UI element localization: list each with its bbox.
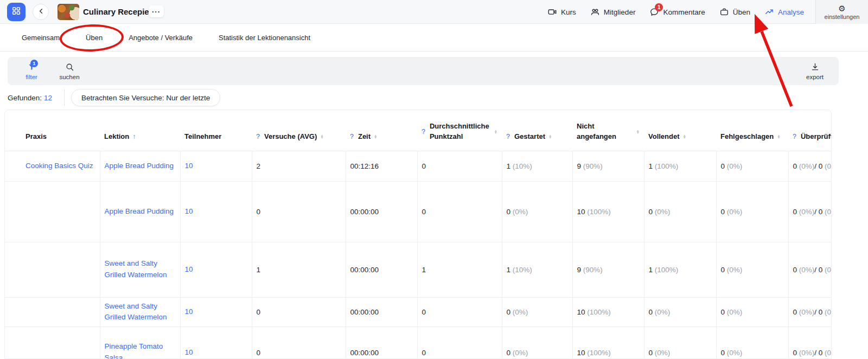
stat-value: 0	[507, 308, 511, 316]
briefcase-icon	[719, 7, 729, 17]
help-icon[interactable]: ?	[506, 133, 510, 140]
col-header-zeit[interactable]: ?Zeit▲▼	[346, 110, 417, 151]
cell-vollendet: 0 (0%)	[644, 297, 716, 327]
stat-percent: (0%)	[797, 308, 814, 316]
col-header-lektion[interactable]: Lektion↑	[100, 110, 180, 151]
col-header-fehlgeschlagen[interactable]: Fehlgeschlagen▲▼	[716, 110, 788, 151]
lektion-link[interactable]: Apple Bread Pudding	[105, 161, 174, 172]
cell-zeit: 00:00:00	[346, 297, 417, 327]
header-content: ?Zeit▲▼	[350, 132, 413, 142]
settings-label: einstellungen	[825, 14, 860, 20]
teilnehmer-link[interactable]: 10	[185, 206, 193, 217]
settings-button[interactable]: ⚙ einstellungen	[815, 0, 868, 24]
topnav-kurs[interactable]: Kurs	[547, 7, 576, 17]
col-header-vollendet[interactable]: Vollendet▲▼	[644, 110, 716, 151]
filter-toolbar: 1 filter suchen export	[8, 57, 839, 85]
stat-value: 10	[577, 308, 585, 316]
tabs-bar: GemeinsamÜbenAngebote / VerkäufeStatisti…	[0, 24, 868, 52]
cell-gestartet: 1 (10%)	[502, 151, 572, 181]
help-icon[interactable]: ?	[256, 133, 260, 140]
lektion-link[interactable]: Pineapple Tomato Salsa	[105, 341, 176, 359]
table-row: Apple Bread Pudding10000:00:0000 (0%)10 …	[5, 181, 832, 242]
cell-gestartet: 1 (10%)	[502, 242, 572, 297]
tab-angebote-verkäufe[interactable]: Angebote / Verkäufe	[129, 34, 193, 42]
topnav-mitglieder[interactable]: Mitglieder	[590, 7, 636, 17]
stat-value: 10	[577, 349, 585, 357]
teilnehmer-link[interactable]: 10	[185, 347, 193, 358]
help-icon[interactable]: ?	[793, 133, 796, 140]
notification-badge: 1	[655, 3, 663, 11]
tab-statistik-der-lektionenansicht[interactable]: Statistik der Lektionenansicht	[219, 34, 310, 42]
cell-praxis: Cooking Basics Quiz	[5, 151, 100, 181]
stat-percent: (0%)	[822, 266, 832, 274]
col-header-durchschnittliche-punktzahl[interactable]: ?Durchschnittliche Punktzahl▲▼	[417, 110, 502, 151]
column-label: Vollendet	[648, 132, 680, 142]
col-header-überprüft[interactable]: ?Überprüft	[788, 110, 832, 151]
cell-nicht-angefangen: 10 (100%)	[572, 181, 644, 242]
col-header-versuche-avg[interactable]: ?Versuche (AVG)▲▼	[252, 110, 346, 151]
search-button[interactable]: suchen	[59, 62, 80, 80]
filter-button[interactable]: 1 filter	[21, 62, 42, 80]
praxis-link[interactable]: Cooking Basics Quiz	[25, 161, 93, 172]
help-icon[interactable]: ?	[422, 128, 425, 136]
table-header-row: PraxisLektion↑Teilnehmer?Versuche (AVG)▲…	[5, 110, 832, 151]
lektion-link[interactable]: Apple Bread Pudding	[105, 206, 174, 217]
tab-üben[interactable]: Üben	[86, 34, 103, 42]
sort-icon: ▲▼	[548, 134, 552, 139]
table-body: Cooking Basics QuizApple Bread Pudding10…	[5, 151, 832, 359]
lektion-link[interactable]: Sweet and Salty Grilled Watermelon	[105, 258, 176, 281]
cell-teilnehmer: 10	[180, 151, 252, 181]
value: 1	[257, 266, 261, 274]
stat-value: 0	[507, 208, 511, 216]
stat-value: 1	[649, 266, 653, 274]
tab-gemeinsam[interactable]: Gemeinsam	[22, 34, 60, 42]
stat-value: 0	[507, 349, 511, 357]
value: 00:00:00	[350, 349, 379, 357]
export-button[interactable]: export	[804, 62, 826, 80]
col-header-nicht-angefangen[interactable]: Nicht angefangen▲▼	[572, 110, 644, 151]
stat-percent: (0%)	[822, 208, 832, 216]
stat-value: 0	[721, 308, 725, 316]
found-count: Gefunden:12	[8, 94, 52, 102]
stat-value: 9	[577, 266, 582, 274]
stat-value: 0	[721, 208, 725, 216]
topbar: Culinary Recepies ··· KursMitglieder1Kom…	[0, 0, 868, 24]
stat-percent: (0%)	[653, 208, 670, 216]
cell-ueberprueft: 0 (0%)/ 0 (0%)	[788, 297, 832, 327]
stat-value: 1	[507, 266, 511, 274]
teilnehmer-link[interactable]: 10	[185, 306, 193, 318]
cell-ueberprueft: 0 (0%)/ 0 (0%)	[788, 151, 832, 181]
stat-percent: (0%)	[725, 349, 742, 357]
teilnehmer-link[interactable]: 10	[185, 264, 193, 275]
nav-item-label: Analyse	[778, 8, 804, 16]
topnav-analyse[interactable]: Analyse	[764, 7, 804, 17]
stat-percent: (0%)	[725, 162, 742, 170]
stat-percent: (0%)	[725, 266, 742, 274]
cell-praxis	[5, 181, 100, 242]
header-content: Fehlgeschlagen▲▼	[720, 132, 784, 142]
col-header-teilnehmer[interactable]: Teilnehmer	[180, 110, 252, 151]
header-content: Teilnehmer	[184, 132, 247, 142]
teilnehmer-link[interactable]: 10	[185, 161, 193, 172]
value: 00:12:16	[350, 162, 379, 170]
filter-count-badge: 1	[30, 60, 38, 67]
cell-praxis	[5, 242, 100, 297]
topnav-kommentare[interactable]: 1Kommentare	[649, 7, 705, 17]
stat-percent: (0%)	[797, 162, 814, 170]
col-header-praxis[interactable]: Praxis	[5, 110, 100, 151]
app-grid-button[interactable]	[7, 3, 25, 21]
table-row: Cooking Basics QuizApple Bread Pudding10…	[5, 151, 832, 181]
cell-gestartet: 0 (0%)	[502, 297, 572, 327]
stat-value: 0	[793, 208, 797, 216]
col-header-gestartet[interactable]: ?Gestartet▲▼	[502, 110, 572, 151]
header-content: Lektion↑	[104, 132, 176, 142]
cell-teilnehmer: 10	[180, 327, 252, 359]
back-button[interactable]	[33, 4, 49, 20]
stat-value: 0	[721, 162, 725, 170]
attempts-filter-chip[interactable]: Betrachten Sie Versuche: Nur der letzte	[71, 89, 220, 106]
help-icon[interactable]: ?	[350, 133, 354, 140]
more-options-button[interactable]: ···	[149, 5, 164, 17]
lektion-link[interactable]: Sweet and Salty Grilled Watermelon	[105, 301, 176, 324]
cell-vollendet: 1 (100%)	[644, 242, 716, 297]
topnav-üben[interactable]: Üben	[719, 7, 750, 17]
